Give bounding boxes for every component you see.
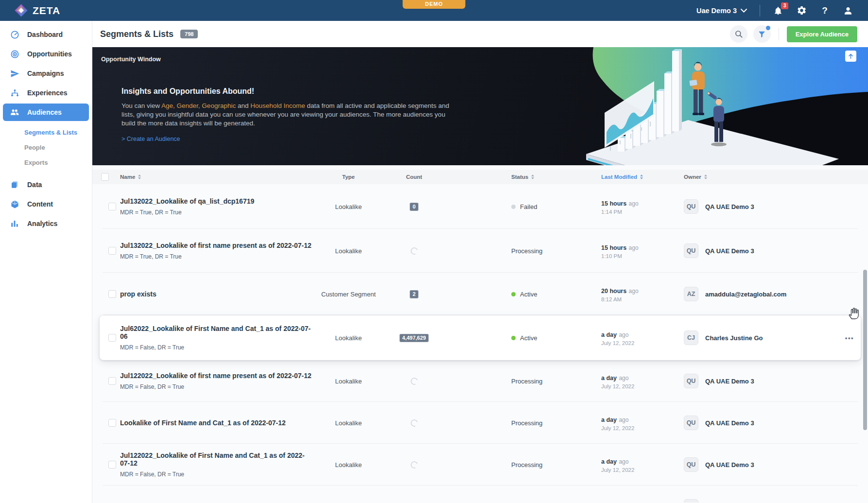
top-bar: ZETA DEMO Uae Demo 3 3 ? [0, 0, 868, 21]
settings-gear-icon[interactable] [796, 5, 807, 16]
segment-name[interactable]: Jul132022_Lookalike of qa_list_dcp16719 [120, 197, 312, 205]
last-modified-cell: 15 hours ago 1:14 PM [601, 199, 684, 215]
modified-detail: 1:14 PM [601, 209, 684, 215]
last-modified-cell: a day ago July 12, 2022 [601, 457, 684, 473]
sidebar-item-exports[interactable]: Exports [0, 155, 92, 170]
zeta-diamond-icon [15, 4, 28, 17]
segment-name[interactable]: Jul122022_Lookalike of first name presen… [120, 372, 312, 380]
sidebar-item-people[interactable]: People [0, 140, 92, 155]
sidebar-item-dashboard[interactable]: Dashboard [0, 25, 92, 44]
row-checkbox[interactable] [108, 377, 116, 385]
vertical-scrollbar[interactable] [863, 270, 867, 430]
modified-detail: July 12, 2022 [601, 467, 684, 473]
modified-suffix: ago [629, 200, 639, 207]
modified-relative: 15 hours [601, 200, 626, 207]
modified-detail: 1:10 PM [601, 253, 684, 259]
segment-name[interactable]: prop exists [120, 290, 312, 298]
row-checkbox[interactable] [108, 419, 116, 427]
table-row[interactable]: prop exists Customer Segment 2 Active 20… [100, 273, 861, 315]
zeta-logo[interactable]: ZETA [0, 4, 60, 17]
notifications-bell-icon[interactable]: 3 [773, 5, 783, 16]
banner-label: Opportunity Window [101, 56, 161, 63]
sort-icon [704, 174, 707, 179]
sidebar-item-opportunities[interactable]: Opportunities [0, 44, 92, 64]
modified-relative: a day [601, 331, 617, 338]
segment-type: Lookalike [312, 461, 385, 468]
sidebar-item-data[interactable]: Data [0, 175, 92, 194]
sort-icon [531, 174, 534, 179]
sidebar-item-campaigns[interactable]: Campaigns [0, 64, 92, 83]
owner-avatar: QU [684, 416, 698, 430]
brand-name: ZETA [33, 5, 60, 17]
banner-highlight: Household Income [250, 102, 305, 109]
row-checkbox[interactable] [108, 461, 116, 468]
row-checkbox[interactable] [108, 203, 116, 210]
banner-collapse-button[interactable] [845, 51, 856, 62]
search-icon [734, 30, 743, 38]
modified-detail: July 12, 2022 [601, 425, 684, 431]
segment-name[interactable]: Jul62022_Lookalike of First Name and Cat… [120, 325, 312, 340]
table-row[interactable]: Lookalike of First Name and Cat_1 as of … [100, 402, 861, 444]
segment-name[interactable]: Jul132022_Lookalike of first name presen… [120, 242, 312, 249]
table-row[interactable]: Jul132022_Lookalike of first name presen… [100, 229, 861, 273]
dashboard-icon [10, 30, 19, 39]
modified-relative: 15 hours [601, 244, 626, 251]
table-row[interactable]: a day QU [100, 486, 861, 503]
sidebar-item-audiences[interactable]: Audiences [3, 104, 89, 121]
column-header-last-modified[interactable]: Last Modified [601, 174, 684, 180]
demo-badge: DEMO [403, 0, 466, 9]
table-row[interactable]: Jul62022_Lookalike of First Name and Cat… [100, 315, 861, 360]
segment-name[interactable]: Lookalike of First Name and Cat_1 as of … [120, 419, 312, 427]
status-label: Processing [511, 461, 542, 468]
last-modified-cell: 20 hours ago 8:12 AM [601, 286, 684, 302]
segment-name[interactable]: Jul122022_Lookalike of First Name and Ca… [120, 451, 312, 467]
column-header-name[interactable]: Name [120, 174, 312, 180]
filter-button[interactable] [753, 25, 771, 43]
explore-audience-button[interactable]: Explore Audience [787, 26, 857, 42]
table-row[interactable]: Jul132022_Lookalike of qa_list_dcp16719 … [100, 184, 861, 229]
modified-relative: a day [601, 375, 617, 382]
account-switcher[interactable]: Uae Demo 3 [696, 7, 747, 15]
column-header-owner[interactable]: Owner [684, 174, 839, 180]
row-actions-menu[interactable]: ••• [845, 334, 854, 342]
notification-count-badge: 3 [781, 2, 788, 9]
processing-spinner-icon [409, 418, 419, 428]
search-button[interactable] [730, 25, 747, 43]
create-audience-link[interactable]: > Create an Audience [122, 136, 180, 142]
sort-icon [640, 174, 643, 179]
owner-name: Charles Justine Go [705, 334, 763, 342]
table-row[interactable]: Jul122022_Lookalike of First Name and Ca… [100, 444, 861, 486]
user-profile-icon[interactable] [843, 5, 853, 16]
sidebar-item-content[interactable]: Content [0, 194, 92, 214]
total-count-badge: 798 [180, 30, 198, 38]
modified-detail: 8:12 AM [601, 296, 684, 302]
owner-avatar: QU [684, 243, 698, 258]
topbar-divider [760, 5, 760, 17]
segment-subtitle: MDR = True, DR = True [120, 253, 312, 260]
help-icon[interactable]: ? [819, 5, 830, 16]
last-modified-cell: a day [601, 502, 684, 503]
sidebar-item-analytics[interactable]: Analytics [0, 214, 92, 233]
filter-active-dot [766, 26, 770, 30]
select-all-checkbox[interactable] [101, 173, 109, 181]
row-checkbox[interactable] [108, 247, 116, 255]
segment-type: Lookalike [312, 247, 385, 255]
data-layers-icon [10, 180, 19, 190]
status-label: Processing [511, 378, 542, 385]
modified-detail: July 12, 2022 [601, 340, 684, 346]
count-badge: 4,497,629 [399, 334, 429, 342]
sidebar-item-segments-lists[interactable]: Segments & Lists [0, 125, 92, 140]
column-header-status[interactable]: Status [511, 174, 601, 180]
row-checkbox[interactable] [108, 290, 116, 298]
last-modified-cell: a day ago July 12, 2022 [601, 415, 684, 431]
status-label: Active [520, 334, 537, 342]
segment-subtitle: MDR = False, DR = True [120, 344, 312, 351]
banner-highlight: Age, Gender, Geographic [161, 102, 236, 109]
banner-headline: Insights and Opportunities Abound! [122, 87, 457, 96]
row-checkbox[interactable] [108, 334, 116, 342]
table-row[interactable]: Jul122022_Lookalike of first name presen… [100, 360, 861, 402]
arrow-up-icon [848, 53, 854, 59]
sidebar-item-experiences[interactable]: Experiences [0, 83, 92, 103]
owner-name: QA UAE Demo 3 [705, 419, 754, 427]
filter-funnel-icon [758, 30, 766, 38]
